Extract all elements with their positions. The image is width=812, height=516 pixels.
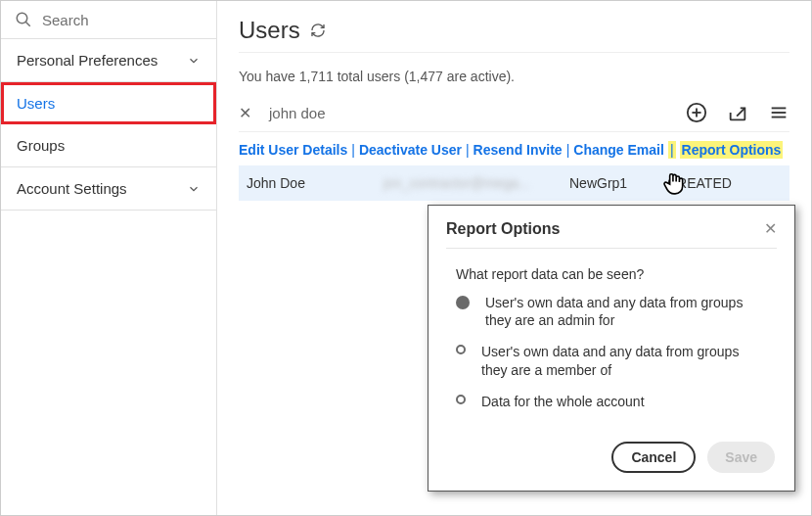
edit-user-link[interactable]: Edit User Details xyxy=(239,142,347,158)
menu-icon[interactable] xyxy=(768,102,789,123)
sidebar-item-label: Account Settings xyxy=(17,180,127,197)
page-title: Users xyxy=(239,17,300,44)
modal-question: What report data can be seen? xyxy=(456,266,767,282)
radio-label: User's own data and any data from groups… xyxy=(481,343,767,378)
cell-group: NewGrp1 xyxy=(569,175,667,191)
svg-line-5 xyxy=(737,108,744,116)
export-icon[interactable] xyxy=(727,102,748,123)
cell-email: jon_contractor@mega... xyxy=(383,175,569,191)
radio-filled-icon xyxy=(456,296,470,309)
refresh-icon[interactable] xyxy=(310,23,326,38)
divider xyxy=(446,248,777,249)
search-icon xyxy=(15,11,32,28)
sidebar-item-account-settings[interactable]: Account Settings xyxy=(1,167,216,211)
user-actions-row: Edit User Details|Deactivate User|Resend… xyxy=(239,132,789,165)
close-icon[interactable]: ✕ xyxy=(764,219,777,238)
cancel-button[interactable]: Cancel xyxy=(611,442,696,473)
deactivate-user-link[interactable]: Deactivate User xyxy=(359,142,462,158)
sidebar-item-users[interactable]: Users xyxy=(1,82,216,124)
report-options-link[interactable]: Report Options xyxy=(680,141,784,159)
filter-query[interactable]: john doe xyxy=(269,105,326,121)
radio-option-account[interactable]: Data for the whole account xyxy=(456,393,767,410)
resend-invite-link[interactable]: Resend Invite xyxy=(474,142,563,158)
sidebar-item-label: Groups xyxy=(17,137,65,154)
search-row[interactable]: Search xyxy=(1,1,216,39)
sidebar-item-label: Personal Preferences xyxy=(17,52,158,69)
add-icon[interactable] xyxy=(686,102,707,123)
radio-label: User's own data and any data from groups… xyxy=(485,294,767,329)
cell-name: John Doe xyxy=(247,175,383,191)
svg-point-0 xyxy=(17,13,27,23)
search-label: Search xyxy=(42,12,89,28)
radio-option-member[interactable]: User's own data and any data from groups… xyxy=(456,343,767,378)
modal-title: Report Options xyxy=(446,220,560,238)
save-button: Save xyxy=(707,442,775,473)
clear-filter-icon[interactable]: ✕ xyxy=(239,104,251,122)
sidebar-item-groups[interactable]: Groups xyxy=(1,124,216,167)
radio-empty-icon xyxy=(456,345,466,354)
change-email-link[interactable]: Change Email xyxy=(573,142,664,158)
radio-label: Data for the whole account xyxy=(481,393,645,410)
cell-status: CREATED xyxy=(667,175,745,191)
report-options-modal: Report Options ✕ What report data can be… xyxy=(428,205,795,492)
radio-option-admin[interactable]: User's own data and any data from groups… xyxy=(456,294,767,329)
table-row[interactable]: John Doe jon_contractor@mega... NewGrp1 … xyxy=(239,165,789,201)
sidebar: Search Personal Preferences Users Groups… xyxy=(1,1,217,515)
user-count-text: You have 1,711 total users (1,477 are ac… xyxy=(239,69,789,84)
radio-empty-icon xyxy=(456,395,466,404)
sidebar-item-personal-preferences[interactable]: Personal Preferences xyxy=(1,39,216,82)
chevron-down-icon xyxy=(187,54,201,68)
sidebar-item-label: Users xyxy=(17,95,55,112)
chevron-down-icon xyxy=(187,182,201,196)
svg-line-1 xyxy=(25,22,30,26)
